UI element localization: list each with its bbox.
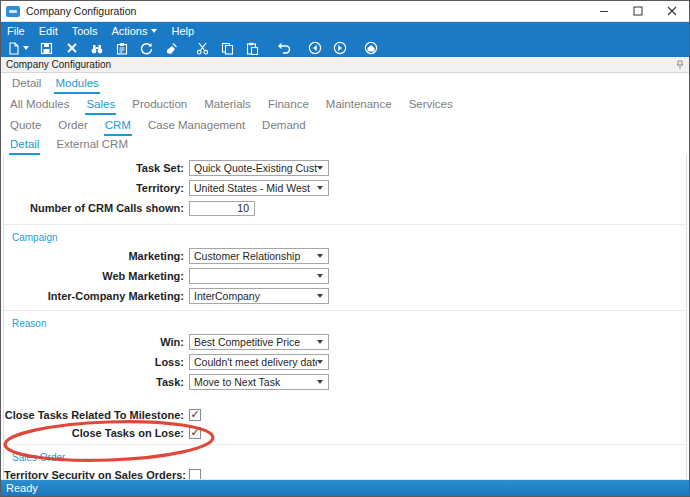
cut-icon[interactable] [195,41,210,55]
tab-case-management[interactable]: Case Management [147,119,246,136]
tabstrip-modules: All Modules Sales Production Materials F… [1,94,689,115]
close-tasks-on-lose-label: Close Tasks on Lose: [4,427,184,439]
chevron-down-icon [151,29,157,33]
web-marketing-label: Web Marketing: [4,270,184,282]
dropdown-arrow-icon [317,166,323,170]
dropdown-arrow-icon [317,274,323,278]
window-title: Company Configuration [26,5,587,17]
tab-crm[interactable]: CRM [104,119,132,136]
tabstrip-crm: Detail External CRM [1,136,689,155]
dropdown-arrow-icon [317,360,323,364]
home-icon[interactable] [363,41,378,55]
new-dropdown-icon[interactable] [23,46,29,50]
tabstrip-main: Detail Modules [1,73,689,94]
clipboard-icon[interactable] [114,41,129,55]
menu-edit[interactable]: Edit [39,25,58,37]
new-document-icon[interactable] [6,41,21,55]
tabstrip-sales: Quote Order CRM Case Management Demand [1,115,689,136]
dropdown-arrow-icon [317,254,323,258]
paste-icon[interactable] [245,41,260,55]
tab-order[interactable]: Order [57,119,88,136]
tab-quote[interactable]: Quote [9,119,42,136]
app-icon [6,6,20,17]
tab-maintenance[interactable]: Maintenance [325,98,393,115]
maximize-button[interactable] [621,1,655,21]
document-title: Company Configuration [6,59,676,70]
navigate-back-icon[interactable] [307,41,322,55]
minimize-button[interactable] [587,1,621,21]
crm-detail-form: Task Set: Quick Quote-Existing Customers… [3,155,687,485]
undo-icon[interactable] [276,41,291,55]
tab-production[interactable]: Production [131,98,188,115]
refresh-icon[interactable] [139,41,154,55]
menu-file[interactable]: File [7,25,25,37]
dropdown-arrow-icon [317,340,323,344]
save-icon[interactable] [39,41,54,55]
clear-icon[interactable] [164,41,179,55]
close-tasks-on-lose-checkbox[interactable] [189,427,201,439]
tab-all-modules[interactable]: All Modules [9,98,70,115]
dropdown-arrow-icon [317,294,323,298]
tab-detail[interactable]: Detail [11,77,42,94]
navigate-forward-icon[interactable] [332,41,347,55]
section-campaign: Campaign [4,224,686,246]
crm-calls-label: Number of CRM Calls shown: [4,202,184,214]
search-icon[interactable] [89,41,104,55]
section-sales-order: Sales Order [4,444,686,466]
close-tasks-milestone-checkbox[interactable] [189,409,201,421]
title-bar: Company Configuration [1,1,689,22]
web-marketing-dropdown[interactable] [189,268,329,284]
loss-dropdown[interactable]: Couldn't meet delivery date [189,354,329,370]
loss-label: Loss: [4,356,184,368]
task-dropdown[interactable]: Move to Next Task [189,374,329,390]
territory-dropdown[interactable]: United States - Mid West [189,180,329,196]
intercompany-marketing-label: Inter-Company Marketing: [4,290,184,302]
close-button[interactable] [655,1,689,21]
document-header: Company Configuration [1,57,689,73]
crm-calls-input[interactable]: 10 [189,201,255,216]
sales-order-section-label: Sales Order [12,452,65,463]
tab-external-crm[interactable]: External CRM [55,138,129,155]
tab-materials[interactable]: Materials [203,98,252,115]
close-tasks-milestone-label: Close Tasks Related To Milestone: [4,409,184,421]
menu-actions[interactable]: Actions [111,25,157,37]
campaign-section-label: Campaign [12,232,58,243]
status-bar: Ready [1,479,689,496]
tab-services[interactable]: Services [408,98,454,115]
delete-icon[interactable] [64,41,79,55]
menu-bar: File Edit Tools Actions Help [1,22,689,39]
win-label: Win: [4,336,184,348]
copy-icon[interactable] [220,41,235,55]
reason-section-label: Reason [12,318,46,329]
dropdown-arrow-icon [317,380,323,384]
tab-modules[interactable]: Modules [54,77,99,94]
tab-demand[interactable]: Demand [261,119,306,136]
dropdown-arrow-icon [317,186,323,190]
intercompany-marketing-dropdown[interactable]: InterCompany [189,288,329,304]
menu-tools[interactable]: Tools [72,25,98,37]
status-text: Ready [6,482,38,494]
section-reason: Reason [4,310,686,332]
territory-label: Territory: [4,182,184,194]
win-dropdown[interactable]: Best Competitive Price [189,334,329,350]
task-set-label: Task Set: [4,162,184,174]
toolbar [1,39,689,57]
marketing-dropdown[interactable]: Customer Relationship [189,248,329,264]
menu-help[interactable]: Help [171,25,194,37]
task-label: Task: [4,376,184,388]
tab-finance[interactable]: Finance [267,98,310,115]
tab-sales[interactable]: Sales [85,98,116,115]
marketing-label: Marketing: [4,250,184,262]
pin-icon[interactable] [676,56,684,74]
tab-crm-detail[interactable]: Detail [9,138,40,155]
app-window: Company Configuration File Edit Tools Ac… [0,0,690,497]
task-set-dropdown[interactable]: Quick Quote-Existing Customers [189,160,329,176]
